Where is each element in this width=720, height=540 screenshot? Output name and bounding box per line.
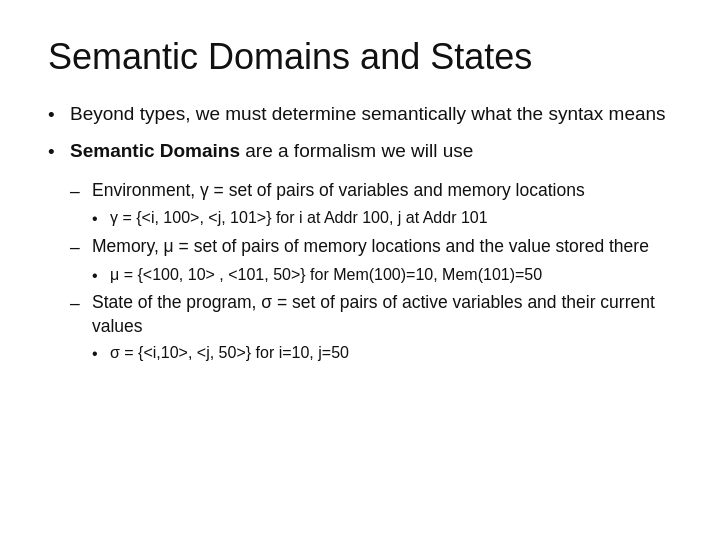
dot-item-2: • μ = {<100, 10> , <101, 50>} for Mem(10… — [92, 264, 672, 287]
dash-item-1: – Environment, γ = set of pairs of varia… — [70, 179, 672, 204]
dash-marker-1: – — [70, 179, 92, 204]
dot-text-3: σ = {<i,10>, <j, 50>} for i=10, j=50 — [110, 342, 672, 364]
bullet-bold-text: Semantic Domains — [70, 140, 240, 161]
dash-item-3: – State of the program, σ = set of pairs… — [70, 291, 672, 338]
slide-title: Semantic Domains and States — [48, 36, 672, 77]
bullet-text-2: Semantic Domains are a formalism we will… — [70, 138, 672, 164]
bullet-text-1: Beyond types, we must determine semantic… — [70, 101, 672, 127]
slide: Semantic Domains and States • Beyond typ… — [0, 0, 720, 540]
bullet-item-2: • Semantic Domains are a formalism we wi… — [48, 138, 672, 165]
bullet-marker-1: • — [48, 101, 70, 128]
dot-item-1: • γ = {<i, 100>, <j, 101>} for i at Addr… — [92, 207, 672, 230]
dot-marker-3: • — [92, 342, 110, 365]
dash-text-2: Memory, μ = set of pairs of memory locat… — [92, 235, 672, 259]
bullet-marker-2: • — [48, 138, 70, 165]
sub-bullet-2: • μ = {<100, 10> , <101, 50>} for Mem(10… — [92, 264, 672, 287]
bullet-text-after-bold: are a formalism we will use — [240, 140, 473, 161]
dash-text-3: State of the program, σ = set of pairs o… — [92, 291, 672, 338]
dash-marker-2: – — [70, 235, 92, 260]
content: • Beyond types, we must determine semant… — [48, 101, 672, 376]
sub-bullet-3: • σ = {<i,10>, <j, 50>} for i=10, j=50 — [92, 342, 672, 365]
dot-marker-1: • — [92, 207, 110, 230]
dot-text-1: γ = {<i, 100>, <j, 101>} for i at Addr 1… — [110, 207, 672, 229]
dash-marker-3: – — [70, 291, 92, 316]
bullet-item-1: • Beyond types, we must determine semant… — [48, 101, 672, 128]
dot-marker-2: • — [92, 264, 110, 287]
dash-item-2: – Memory, μ = set of pairs of memory loc… — [70, 235, 672, 260]
sub-list: – Environment, γ = set of pairs of varia… — [70, 179, 672, 370]
dash-text-1: Environment, γ = set of pairs of variabl… — [92, 179, 672, 203]
dot-text-2: μ = {<100, 10> , <101, 50>} for Mem(100)… — [110, 264, 672, 286]
dot-item-3: • σ = {<i,10>, <j, 50>} for i=10, j=50 — [92, 342, 672, 365]
sub-bullet-1: • γ = {<i, 100>, <j, 101>} for i at Addr… — [92, 207, 672, 230]
